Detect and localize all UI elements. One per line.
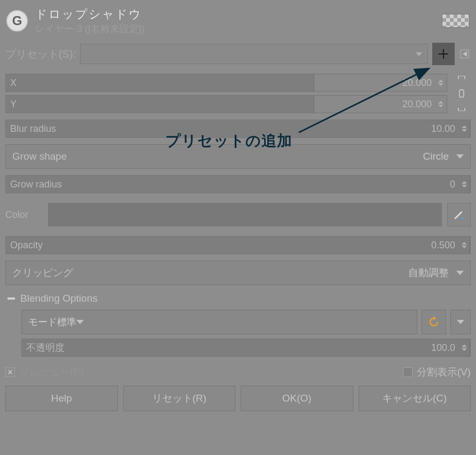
split-label: 分割表示(V) [417, 365, 471, 379]
blur-radius-value: 10.00 [431, 123, 470, 135]
eyedropper-button[interactable] [447, 203, 471, 226]
title-block: ドロップシャドウ レイヤー-3 ([名称未設定]) [35, 6, 442, 35]
preset-label: プリセット(S): [5, 47, 76, 61]
chevron-down-icon [76, 320, 84, 324]
color-swatch[interactable] [48, 203, 442, 226]
layer-name: レイヤー-3 [35, 23, 82, 34]
x-slider[interactable]: X 20.000 [5, 74, 447, 92]
clipping-value: 自動調整 [408, 266, 449, 280]
chevron-down-icon [416, 52, 422, 56]
svg-rect-4 [459, 90, 464, 97]
blending-section-label: Blending Options [20, 293, 98, 304]
preview-thumbnail [442, 14, 470, 28]
blend-mode-label: モード [28, 316, 57, 328]
preset-row: プリセット(S): [5, 43, 471, 65]
grow-radius-value: 0 [450, 179, 470, 190]
add-preset-button[interactable] [432, 43, 455, 65]
dialog-root: G ドロップシャドウ レイヤー-3 ([名称未設定]) プリセット(S): [0, 0, 476, 455]
y-value: 20.000 [402, 99, 447, 110]
grow-shape-dropdown[interactable]: Grow shape Circle [5, 144, 471, 169]
opacity-slider[interactable]: Opacity 0.500 [5, 236, 471, 254]
grow-shape-value: Circle [423, 151, 449, 162]
split-checkbox[interactable] [403, 367, 412, 377]
chevron-down-icon [456, 271, 464, 275]
clipping-dropdown[interactable]: クリッピング 自動調整 [5, 261, 471, 285]
eyedropper-icon [453, 209, 465, 221]
preview-label: プレビュー(P) [19, 365, 83, 379]
svg-marker-7 [434, 316, 436, 320]
xy-link-toggle[interactable] [453, 74, 471, 113]
plus-icon [438, 48, 449, 60]
preset-menu-button[interactable] [459, 48, 471, 60]
cancel-button[interactable]: キャンセル(C) [359, 386, 471, 411]
dialog-title: ドロップシャドウ [35, 6, 442, 22]
app-icon: G [6, 10, 28, 32]
blend-opacity-slider[interactable]: 不透明度 100.0 [21, 339, 471, 357]
svg-line-5 [455, 212, 462, 218]
reset-button[interactable]: リセット(R) [123, 386, 236, 411]
blend-mode-dropdown[interactable]: モード 標準 [21, 310, 417, 334]
collapse-icon [7, 297, 15, 300]
help-button[interactable]: Help [5, 386, 118, 411]
reset-icon [428, 316, 440, 328]
link-icon [456, 76, 467, 111]
color-label: Color [5, 209, 43, 221]
grow-radius-slider[interactable]: Grow radius 0 [5, 175, 471, 193]
blur-radius-slider[interactable]: Blur radius 10.00 [5, 120, 471, 138]
blend-opacity-label: 不透明度 [22, 341, 431, 354]
opacity-label: Opacity [6, 240, 431, 251]
blend-mode-value: 標準 [57, 316, 76, 328]
layer-suffix: ([名称未設定]) [82, 23, 145, 34]
button-bar: Help リセット(R) OK(O) キャンセル(C) [5, 386, 471, 411]
preview-row: プレビュー(P) 分割表示(V) [5, 365, 471, 379]
xy-group: X 20.000 Y 20.000 [5, 74, 471, 113]
blur-radius-label: Blur radius [6, 123, 431, 135]
opacity-value: 0.500 [431, 240, 470, 251]
blending-panel: モード 標準 不透明度 100.0 [5, 310, 471, 357]
svg-marker-3 [463, 51, 467, 57]
preset-combo[interactable] [80, 44, 428, 64]
blending-expander[interactable]: Blending Options [7, 293, 471, 304]
mode-menu-button[interactable] [450, 310, 471, 334]
menu-triangle-icon [461, 50, 469, 58]
y-label: Y [6, 99, 402, 110]
x-value: 20.000 [402, 77, 447, 89]
x-label: X [6, 77, 402, 89]
clipping-label: クリッピング [12, 266, 408, 280]
y-slider[interactable]: Y 20.000 [5, 95, 447, 113]
chevron-down-icon [457, 320, 464, 324]
grow-radius-label: Grow radius [6, 179, 450, 190]
svg-point-6 [462, 217, 464, 219]
color-row: Color [5, 200, 471, 230]
grow-shape-label: Grow shape [12, 151, 423, 162]
preview-checkbox[interactable] [5, 367, 15, 377]
reset-mode-button[interactable] [422, 310, 446, 334]
dialog-header: G ドロップシャドウ レイヤー-3 ([名称未設定]) [5, 4, 471, 40]
ok-button[interactable]: OK(O) [241, 386, 353, 411]
chevron-down-icon [456, 154, 464, 159]
dialog-subtitle: レイヤー-3 ([名称未設定]) [35, 22, 442, 35]
blend-opacity-value: 100.0 [431, 342, 470, 354]
